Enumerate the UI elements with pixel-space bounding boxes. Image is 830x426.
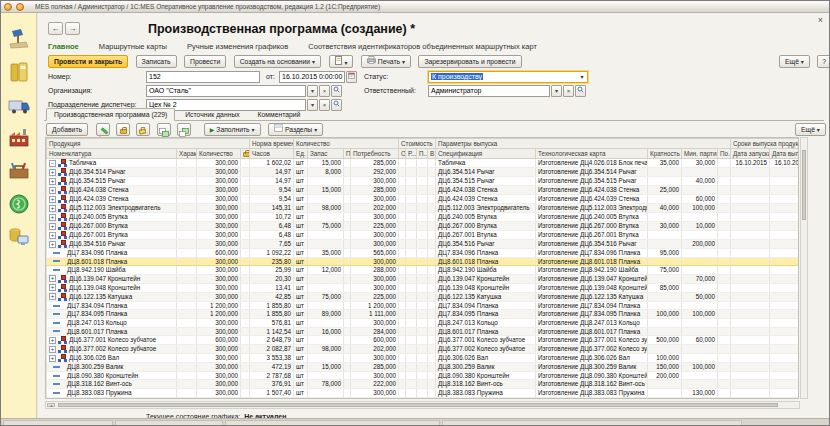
table-row[interactable]: +ДЦ6.424.039 Стенка300,0009,54шт300,000Д… — [47, 195, 800, 204]
expand-icon[interactable]: + — [49, 275, 56, 282]
window-menu-button[interactable] — [4, 3, 12, 11]
tools-icon[interactable] — [7, 159, 31, 183]
subtab-production-program[interactable]: Производственная программа (229) — [46, 108, 175, 121]
expand-icon[interactable]: + — [49, 223, 56, 230]
scroll-left-icon[interactable]: ◂ — [47, 403, 55, 407]
horizontal-scrollbar-thumb[interactable] — [58, 403, 778, 407]
table-more-button[interactable]: Ещё ▾ — [795, 123, 826, 136]
table-row[interactable]: ДЦ8.318.162 Винт-ось300,000376,91шт78,00… — [47, 380, 800, 389]
column-header-lock[interactable] — [241, 149, 250, 159]
expand-icon[interactable]: + — [49, 241, 56, 248]
date-input[interactable]: 16.10.2015 0:00:00 — [279, 71, 345, 83]
table-row[interactable]: ДЦ7.834.095 Планка1 200,0001 855,80шт89,… — [47, 310, 800, 319]
table-row[interactable]: ДЦ8.942.190 Шайба300,00025,99шт12,000288… — [47, 266, 800, 275]
table-row[interactable]: ДЦ8.090.380 Кронштейн300,0002 787,68шт30… — [47, 371, 800, 380]
organization-input[interactable]: ОАО "Сталь" — [146, 85, 306, 97]
column-header-p[interactable]: П — [344, 149, 351, 159]
table-row[interactable]: ДЦ8.383.083 Пружина300,0001 507,40шт300,… — [47, 388, 800, 397]
column-header-spec[interactable]: Спецификация — [436, 149, 536, 159]
status-dropdown-icon[interactable]: ▾ — [577, 72, 587, 82]
column-header-po[interactable]: По... — [718, 149, 731, 159]
column-header-hours[interactable]: Часов — [250, 149, 294, 159]
window-minimize-button[interactable] — [16, 3, 24, 11]
form-close-icon[interactable]: × — [818, 15, 823, 25]
sections-button[interactable]: Разделы ▾ — [268, 123, 323, 136]
organization-dropdown-icon[interactable]: ▾ — [307, 85, 318, 97]
table-row[interactable]: ДЦ8.601.017 Планка300,0001 142,54шт16,00… — [47, 327, 800, 336]
expand-icon[interactable]: + — [49, 284, 56, 291]
edit-button[interactable] — [96, 123, 110, 136]
column-header-stock[interactable]: Запас — [308, 149, 344, 159]
expand-icon[interactable]: + — [49, 355, 56, 362]
vertical-scrollbar-thumb[interactable] — [802, 150, 806, 220]
column-header-minb[interactable]: Мин. партия — [682, 149, 718, 159]
move-down-level-button[interactable] — [177, 123, 191, 136]
expand-icon[interactable]: + — [49, 337, 56, 344]
add-button[interactable]: Добавить — [46, 123, 88, 136]
expand-icon[interactable]: + — [49, 169, 56, 176]
production-icon[interactable] — [7, 126, 31, 150]
column-header-charact[interactable]: Характ... — [177, 149, 197, 159]
tab-sootvetstviya[interactable]: Соответствия идентификаторов объединенны… — [308, 42, 536, 51]
create-based-on-button[interactable]: Создать на основании ▾ — [234, 55, 321, 68]
table-row[interactable]: +ДЦ5.112.003 Электродвигатель300,000145,… — [47, 204, 800, 213]
department-clear-icon[interactable]: × — [319, 99, 330, 111]
reserve-and-post-button[interactable]: Зарезервировать и провести — [418, 55, 521, 68]
move-up-level-button[interactable] — [157, 123, 171, 136]
print-button[interactable]: Печать ▾ — [361, 55, 411, 68]
column-header-v[interactable]: В — [428, 149, 436, 159]
table-row[interactable]: +ДЦ6.306.026 Вал300,0003 553,38шт300,000… — [47, 354, 800, 363]
expand-icon[interactable]: + — [49, 196, 56, 203]
responsible-clear-icon[interactable]: × — [563, 85, 574, 97]
table-row[interactable]: +ДЦ6.267.001 Втулка300,0006,48шт300,000Д… — [47, 231, 800, 240]
subtab-data-source[interactable]: Источник данных — [177, 108, 247, 121]
tab-glavnoe[interactable]: Главное — [48, 42, 79, 51]
table-row[interactable]: +ДЦ6.240.005 Втулка300,00010,72шт300,000… — [47, 213, 800, 222]
table-row[interactable]: ДЦ7.834.096 Планка600,0001 092,22шт35,00… — [47, 249, 800, 258]
subtab-comment[interactable]: Комментарий — [250, 108, 309, 121]
desktop-icon[interactable] — [7, 27, 31, 51]
table-row[interactable]: +ДЦ6.139.047 Кронштейн300,00020,30шт300,… — [47, 274, 800, 283]
write-button[interactable]: Записать — [136, 55, 177, 68]
help-button[interactable]: ? — [817, 55, 830, 68]
collapse-icon[interactable]: − — [49, 160, 56, 167]
expand-icon[interactable]: + — [49, 346, 56, 353]
finance-icon[interactable] — [7, 192, 31, 216]
table-row[interactable]: ДЦ8.247.013 Кольцо300,000576,81шт300,000… — [47, 318, 800, 327]
expand-icon[interactable]: + — [49, 232, 56, 239]
status-combobox[interactable]: К производству — [428, 71, 588, 83]
table-row[interactable]: +ДЦ6.354.515 Рычаг300,00014,97шт300,000Д… — [47, 177, 800, 186]
column-header-d1[interactable]: Дата запуска — [731, 149, 770, 159]
table-row[interactable]: +ДЦ6.267.000 Втулка300,0006,48шт75,00022… — [47, 222, 800, 231]
expand-icon[interactable]: + — [49, 178, 56, 185]
organization-open-icon[interactable] — [331, 85, 342, 97]
column-header-o[interactable]: О... — [399, 149, 406, 159]
table-row[interactable]: +ДЦ6.377.001 Колесо зубчатое600,0002 648… — [47, 336, 800, 345]
tab-ruchnye-izmeneniya[interactable]: Ручные изменения графиков — [187, 42, 288, 51]
column-header-mult[interactable]: Кратность — [648, 149, 682, 159]
table-row[interactable]: +ДЦ6.139.048 Кронштейн300,00013,41шт300,… — [47, 283, 800, 292]
column-header-d2[interactable]: Дата выпуска — [770, 149, 799, 159]
logistics-icon[interactable] — [7, 93, 31, 117]
table-row[interactable]: ДЦ7.834.094 Планка1 200,0001 855,80шт1 2… — [47, 301, 800, 310]
expand-icon[interactable]: + — [49, 293, 56, 300]
lock-button[interactable] — [116, 123, 130, 136]
table-row[interactable]: ДЦ8.300.259 Валик300,000472,19шт15,00028… — [47, 363, 800, 372]
expand-icon[interactable]: + — [49, 187, 56, 194]
column-header-name[interactable]: Номенклатура — [47, 149, 177, 159]
calendar-icon[interactable] — [346, 71, 357, 83]
expand-icon[interactable]: + — [49, 205, 56, 212]
report-menu-button[interactable]: ▾ — [329, 55, 354, 68]
table-row[interactable]: +ДЦ6.122.135 Катушка300,00042,85шт75,000… — [47, 292, 800, 301]
column-header-p2[interactable]: П... — [417, 149, 428, 159]
table-row[interactable]: +ДЦ6.377.002 Колесо зубчатое300,0002 082… — [47, 345, 800, 354]
table-row[interactable]: −Табличка300,0001 602,02шт15,000285,000Т… — [47, 159, 800, 168]
column-header-demand[interactable]: Потребность — [351, 149, 399, 159]
table-row[interactable]: +ДЦ6.354.514 Рычаг300,00014,97шт8,000292… — [47, 168, 800, 177]
data-icon[interactable] — [7, 225, 31, 249]
column-header-tech[interactable]: Технологическая карта — [536, 149, 648, 159]
table-row[interactable]: +ДЦ6.424.038 Стенка300,0009,54шт15,00028… — [47, 186, 800, 195]
back-button[interactable]: ← — [48, 22, 63, 35]
column-header-qty[interactable]: Количество — [197, 149, 241, 159]
organization-clear-icon[interactable]: × — [319, 85, 330, 97]
